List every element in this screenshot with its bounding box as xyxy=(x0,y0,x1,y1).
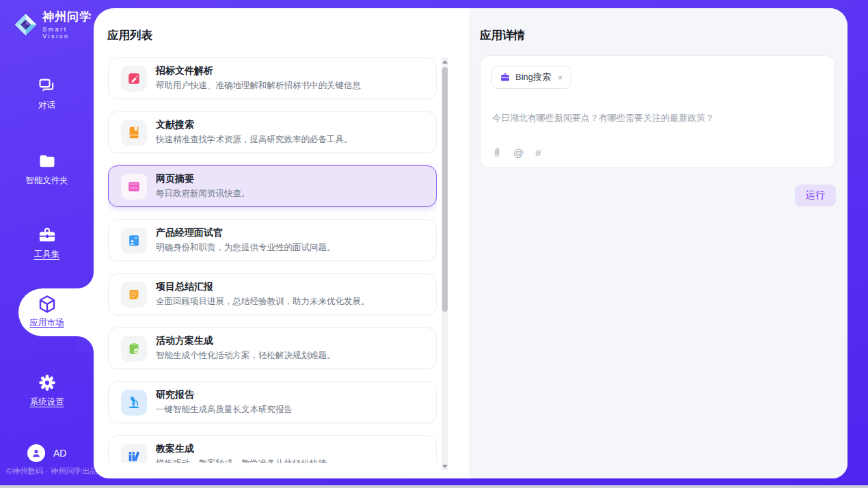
toolbox-icon xyxy=(38,226,57,245)
microscope-icon xyxy=(121,390,147,416)
cube-icon xyxy=(37,294,57,314)
app-title: 招标文件解析 xyxy=(156,65,361,77)
app-subtitle: 快速精准查找学术资源，提高研究效率的必备工具。 xyxy=(156,134,353,146)
scrollbar[interactable] xyxy=(442,57,448,470)
app-subtitle: 每日政府新闻资讯快查。 xyxy=(156,188,250,200)
app-subtitle: 一键智能生成高质量长文本研究报告 xyxy=(156,404,293,416)
svg-text:</>: </> xyxy=(131,186,138,191)
tool-chip-label: Bing搜索 xyxy=(515,71,551,83)
webpage-icon: </> xyxy=(121,174,147,200)
bottom-edge xyxy=(0,485,868,488)
person-icon xyxy=(31,448,42,459)
list-item-research-report[interactable]: 研究报告 一键智能生成高质量长文本研究报告 xyxy=(108,381,437,423)
scroll-up-arrow[interactable] xyxy=(442,57,448,66)
app-subtitle: 智能生成个性化活动方案，轻松解决规划难题。 xyxy=(156,350,336,362)
composer-toolbar: @ # xyxy=(492,147,541,159)
query-text: 今日湖北有哪些新闻要点？有哪些需要关注的最新政策？ xyxy=(492,112,714,124)
app-subtitle: 模板驱动，教案秒成，教学准备从此轻松快捷 xyxy=(156,458,327,463)
copyright-footer: ©神州数码 · 神州问学出品 xyxy=(6,466,98,476)
bid-document-edit-icon xyxy=(121,66,147,92)
sidebar-item-chat[interactable]: 对话 xyxy=(0,77,94,111)
sidebar-item-label: 系统设置 xyxy=(0,396,94,408)
user-account[interactable]: AD xyxy=(27,444,66,462)
list-item-literature-search[interactable]: 文献搜索 快速精准查找学术资源，提高研究效率的必备工具。 xyxy=(108,111,437,153)
brand-tagline: Smart Vision xyxy=(42,26,94,40)
brand-logo: 神州问学 Smart Vision xyxy=(14,9,94,40)
brand-name: 神州问学 xyxy=(42,9,94,25)
main-content: 应用列表 招标文件解析 帮助用户快速、准确地理解和解析招标书中的关键信息 xyxy=(94,8,847,478)
resume-person-icon xyxy=(121,228,147,254)
app-title: 项目总结汇报 xyxy=(156,281,370,293)
app-list: 招标文件解析 帮助用户快速、准确地理解和解析招标书中的关键信息 文献搜索 快速精… xyxy=(108,57,437,463)
sidebar-item-label: 对话 xyxy=(0,100,94,111)
prompt-input[interactable]: Bing搜索 × 今日湖北有哪些新闻要点？有哪些需要关注的最新政策？ @ # xyxy=(480,55,835,168)
hash-icon[interactable]: # xyxy=(535,147,541,159)
sidebar-item-app-market[interactable]: 应用市场 xyxy=(0,294,94,329)
sidebar-item-smart-folder[interactable]: 智能文件夹 xyxy=(0,152,94,187)
list-item-webpage-summary[interactable]: </> 网页摘要 每日政府新闻资讯快查。 xyxy=(108,165,437,207)
paperclip-icon[interactable] xyxy=(492,147,502,159)
app-list-title: 应用列表 xyxy=(107,28,152,43)
scrollbar-thumb[interactable] xyxy=(442,67,448,312)
at-icon[interactable]: @ xyxy=(513,147,524,159)
sidebar-item-toolset[interactable]: 工具集 xyxy=(0,226,94,260)
books-icon xyxy=(121,444,147,463)
run-button[interactable]: 运行 xyxy=(795,185,836,206)
user-initials: AD xyxy=(53,448,66,459)
app-subtitle: 帮助用户快速、准确地理解和解析招标书中的关键信息 xyxy=(156,80,361,92)
app-title: 产品经理面试官 xyxy=(156,227,336,239)
chat-icon xyxy=(38,77,57,96)
sidebar: 神州问学 Smart Vision 对话 智能文件夹 工具集 xyxy=(0,0,94,488)
list-item-bid-parse[interactable]: 招标文件解析 帮助用户快速、准确地理解和解析招标书中的关键信息 xyxy=(108,57,437,99)
sidebar-item-label: 应用市场 xyxy=(0,317,94,329)
app-title: 教案生成 xyxy=(156,443,327,455)
app-subtitle: 明确身份和职责，为您提供专业性的面试问题。 xyxy=(156,242,336,254)
briefcase-icon xyxy=(500,72,511,83)
sidebar-item-label: 智能文件夹 xyxy=(0,175,94,187)
clipboard-check-icon xyxy=(121,336,147,362)
close-icon[interactable]: × xyxy=(558,72,563,83)
book-icon xyxy=(121,120,147,146)
list-item-event-plan[interactable]: 活动方案生成 智能生成个性化活动方案，轻松解决规划难题。 xyxy=(108,327,437,369)
avatar[interactable] xyxy=(27,444,45,462)
diamond-logo-icon xyxy=(14,12,38,38)
sidebar-item-label: 工具集 xyxy=(0,249,94,260)
app-title: 活动方案生成 xyxy=(156,335,336,347)
list-item-pm-interviewer[interactable]: 产品经理面试官 明确身份和职责，为您提供专业性的面试问题。 xyxy=(108,219,437,261)
scroll-down-arrow[interactable] xyxy=(442,462,448,470)
note-icon xyxy=(121,282,147,308)
app-subtitle: 全面回顾项目进展，总结经验教训，助力未来优化发展。 xyxy=(156,296,370,308)
list-item-lesson-plan[interactable]: 教案生成 模板驱动，教案秒成，教学准备从此轻松快捷 xyxy=(108,435,437,463)
app-title: 网页摘要 xyxy=(156,173,250,185)
app-title: 研究报告 xyxy=(156,389,293,401)
app-title: 文献搜索 xyxy=(156,119,353,131)
app-detail-title: 应用详情 xyxy=(480,28,525,43)
sidebar-item-settings[interactable]: 系统设置 xyxy=(0,373,94,408)
app-detail-panel: 应用详情 Bing搜索 × 今日湖北有哪些新闻要点？有哪些需要关注的最新政策？ … xyxy=(469,8,847,478)
gear-icon xyxy=(38,373,57,392)
list-item-project-summary[interactable]: 项目总结汇报 全面回顾项目进展，总结经验教训，助力未来优化发展。 xyxy=(108,273,437,315)
folder-icon xyxy=(38,152,57,171)
tool-chip-bing-search[interactable]: Bing搜索 × xyxy=(491,66,571,89)
